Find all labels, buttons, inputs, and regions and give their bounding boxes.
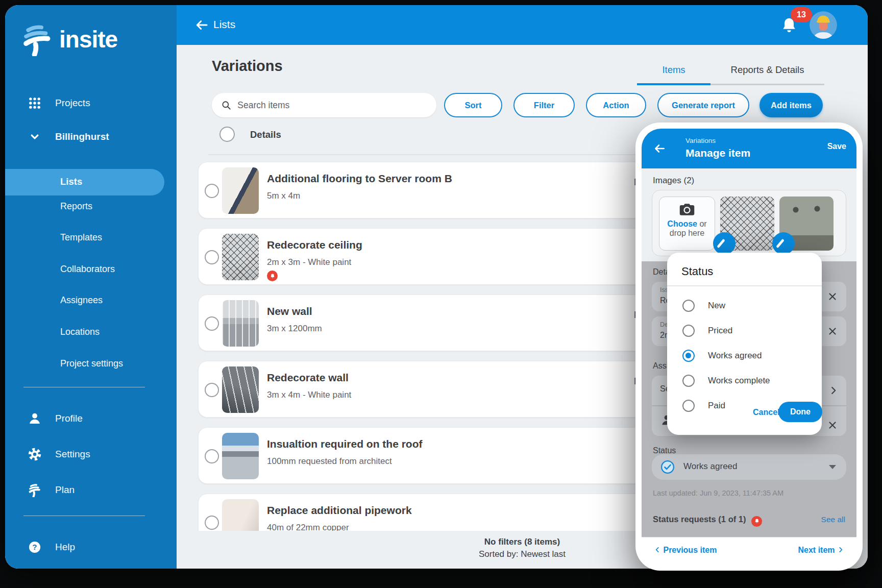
radio-icon[interactable] xyxy=(682,375,695,387)
tab-reports-details[interactable]: Reports & Details xyxy=(710,64,824,76)
tab-items[interactable]: Items xyxy=(637,64,710,76)
search-input[interactable] xyxy=(237,100,427,111)
camera-icon xyxy=(679,203,695,216)
page-title: Lists xyxy=(213,18,235,31)
done-button[interactable]: Done xyxy=(778,402,822,422)
sidebar-item-reports[interactable]: Reports xyxy=(60,201,92,212)
grid-icon xyxy=(28,96,42,110)
phone-overlay: Variations Manage item Save Images (2) C… xyxy=(635,122,863,571)
item-thumbnail xyxy=(222,300,259,347)
item-checkbox[interactable] xyxy=(205,250,219,264)
sidebar-item-assignees[interactable]: Assignees xyxy=(60,295,103,306)
section-title: Variations xyxy=(212,58,283,75)
save-button[interactable]: Save xyxy=(827,142,846,151)
svg-text:?: ? xyxy=(32,543,37,551)
sort-button[interactable]: Sort xyxy=(444,93,502,117)
item-title: Redecorate ceiling xyxy=(267,239,362,251)
radio-icon[interactable] xyxy=(682,400,695,412)
status-option-priced[interactable]: Priced xyxy=(667,318,822,344)
action-button[interactable]: Action xyxy=(586,93,646,117)
status-option-works-agreed[interactable]: Works agreed xyxy=(667,344,822,369)
sidebar-item-project[interactable]: Billinghurst xyxy=(28,130,109,144)
see-all-link[interactable]: See all xyxy=(821,515,845,524)
item-thumbnail xyxy=(222,433,259,479)
item-checkbox[interactable] xyxy=(205,316,219,331)
person-icon xyxy=(28,411,42,426)
back-arrow-icon[interactable] xyxy=(194,17,209,33)
select-all-checkbox[interactable] xyxy=(219,127,235,142)
project-name: Billinghurst xyxy=(55,131,109,142)
tab-items-underline xyxy=(637,83,710,85)
clear-icon[interactable] xyxy=(827,291,838,302)
status-dropdown[interactable]: Works agreed xyxy=(652,454,846,480)
filter-button[interactable]: Filter xyxy=(513,93,575,117)
sidebar-item-collaborators[interactable]: Collaborators xyxy=(60,264,115,275)
sidebar-item-lists-selected[interactable]: Lists xyxy=(5,169,164,195)
image-thumbnail xyxy=(720,197,774,251)
status-option-new[interactable]: New xyxy=(667,293,822,318)
image-thumbnail xyxy=(779,197,834,251)
item-thumbnail xyxy=(222,167,259,214)
status-requests-label: Status requests (1 of 1) xyxy=(653,514,762,527)
avatar[interactable] xyxy=(810,11,837,39)
sidebar-item-label: Help xyxy=(55,542,75,553)
clear-icon[interactable] xyxy=(827,326,838,337)
image-upload-dropzone[interactable]: Choose or drop here xyxy=(659,197,715,251)
sidebar-item-templates[interactable]: Templates xyxy=(60,232,102,243)
add-items-button[interactable]: Add items xyxy=(760,93,823,117)
sidebar-item-plan[interactable]: Plan xyxy=(28,483,75,497)
item-checkbox[interactable] xyxy=(205,516,219,530)
phone-page-title: Manage item xyxy=(685,147,750,159)
item-title: New wall xyxy=(267,305,312,317)
radio-icon[interactable] xyxy=(682,300,695,312)
item-title: Replace additional pipework xyxy=(267,504,412,517)
chevron-right-icon xyxy=(837,546,844,553)
sidebar-item-help[interactable]: ? Help xyxy=(28,540,75,554)
chevron-right-icon[interactable] xyxy=(828,385,839,396)
back-arrow-icon[interactable] xyxy=(653,142,666,155)
drop-here-label: drop here xyxy=(659,229,715,238)
sidebar-item-projects[interactable]: Projects xyxy=(28,96,90,110)
images-card: Choose or drop here xyxy=(652,190,846,256)
item-thumbnail xyxy=(222,366,259,413)
breadcrumb: Variations xyxy=(685,137,716,144)
generate-report-button[interactable]: Generate report xyxy=(657,93,749,117)
list-column-header: Details xyxy=(250,129,281,140)
item-subtitle: 100mm requested from architect xyxy=(267,456,392,467)
item-subtitle: 5m x 4m xyxy=(267,191,300,201)
item-checkbox[interactable] xyxy=(205,383,219,397)
divider xyxy=(667,285,822,286)
sidebar-item-settings[interactable]: Settings xyxy=(28,447,90,461)
sidebar-item-locations[interactable]: Locations xyxy=(60,327,100,337)
radio-icon[interactable] xyxy=(682,325,695,337)
gear-icon xyxy=(28,447,42,461)
last-updated-text: Last updated: Jun 9, 2023, 11:47:35 AM xyxy=(653,489,783,497)
item-subtitle: 2m x 3m - White paint xyxy=(267,257,351,267)
logo-wordmark: insite xyxy=(59,26,117,53)
status-option-works-complete[interactable]: Works complete xyxy=(667,369,822,394)
app-logo: insite xyxy=(20,22,117,56)
status-modal: Status New Priced Works agreed Works com… xyxy=(667,253,822,435)
next-item-button[interactable]: Next item xyxy=(798,546,844,555)
item-checkbox[interactable] xyxy=(205,184,219,198)
previous-item-button[interactable]: Previous item xyxy=(654,546,717,555)
edit-image-button[interactable] xyxy=(713,232,736,255)
alert-icon xyxy=(751,516,762,527)
item-thumbnail xyxy=(222,234,259,280)
notification-badge: 13 xyxy=(791,7,812,22)
search-icon xyxy=(221,100,231,111)
cancel-button[interactable]: Cancel xyxy=(753,408,779,417)
radio-selected-icon[interactable] xyxy=(682,350,695,362)
item-subtitle: 3m x 4m - White paint xyxy=(267,390,351,400)
edit-image-button[interactable] xyxy=(772,232,795,255)
sidebar-item-project-settings[interactable]: Project settings xyxy=(60,358,123,369)
sidebar: insite Projects Billinghurst Lists Repor… xyxy=(5,5,177,569)
item-checkbox[interactable] xyxy=(205,449,219,463)
topbar: Lists 13 xyxy=(177,5,868,45)
choose-link[interactable]: Choose xyxy=(667,219,697,228)
item-title: Additional flooring to Server room B xyxy=(267,173,452,185)
sidebar-item-label: Settings xyxy=(55,449,90,460)
sidebar-divider xyxy=(23,387,145,387)
sidebar-item-profile[interactable]: Profile xyxy=(28,411,83,426)
clear-icon[interactable] xyxy=(827,420,838,431)
